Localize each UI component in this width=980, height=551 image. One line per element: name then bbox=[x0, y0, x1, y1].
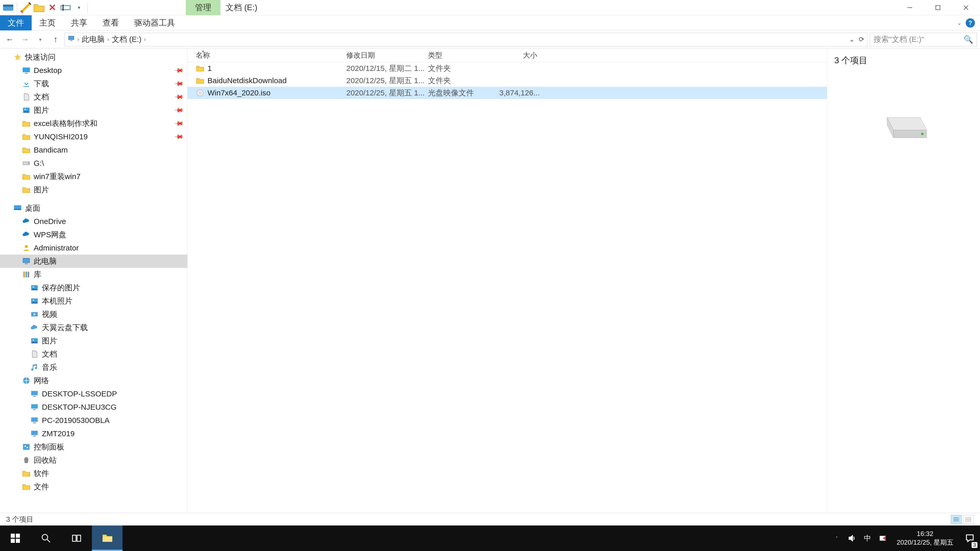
tree-item[interactable]: excel表格制作求和📌 bbox=[0, 117, 187, 130]
tree-item[interactable]: 保存的图片 bbox=[0, 281, 187, 294]
folder-icon bbox=[196, 64, 204, 73]
tray-app-icon[interactable] bbox=[875, 526, 891, 551]
tree-item[interactable]: Bandicam bbox=[0, 143, 187, 157]
taskbar-explorer-button[interactable] bbox=[92, 526, 123, 551]
tree-item[interactable]: 图片 bbox=[0, 334, 187, 348]
maximize-button[interactable] bbox=[924, 0, 952, 15]
svg-point-28 bbox=[33, 300, 34, 301]
music-icon bbox=[30, 363, 39, 372]
qat-properties-icon[interactable] bbox=[20, 2, 32, 14]
tree-item[interactable]: 控制面板 bbox=[0, 440, 187, 454]
tree-item[interactable]: win7重装win7 bbox=[0, 170, 187, 183]
tree-item[interactable]: 天翼云盘下载 bbox=[0, 321, 187, 334]
tab-home[interactable]: 主页 bbox=[32, 15, 63, 30]
documents-icon bbox=[30, 350, 39, 359]
minimize-button[interactable] bbox=[896, 0, 924, 15]
ime-indicator[interactable]: 中 bbox=[860, 526, 875, 551]
svg-rect-33 bbox=[31, 391, 38, 395]
tree-item[interactable]: 库 bbox=[0, 268, 187, 281]
svg-point-62 bbox=[42, 534, 48, 540]
chevron-right-icon[interactable]: › bbox=[77, 36, 79, 43]
svg-rect-60 bbox=[11, 539, 15, 543]
tree-item[interactable]: 下载📌 bbox=[0, 77, 187, 90]
column-size[interactable]: 大小 bbox=[496, 48, 540, 62]
close-button[interactable] bbox=[952, 0, 980, 15]
tree-item[interactable]: ZMT2019 bbox=[0, 427, 187, 440]
qat-rename-icon[interactable] bbox=[59, 2, 72, 14]
nav-forward-button[interactable]: → bbox=[18, 33, 32, 46]
tree-item[interactable]: WPS网盘 bbox=[0, 228, 187, 241]
chevron-right-icon[interactable]: › bbox=[107, 36, 109, 43]
file-row[interactable]: Win7x64_2020.iso2020/12/25, 星期五 1...光盘映像… bbox=[188, 87, 827, 99]
file-row[interactable]: BaiduNetdiskDownload2020/12/25, 星期五 1...… bbox=[188, 75, 827, 87]
search-input[interactable]: 搜索"文档 (E:)" 🔍 bbox=[870, 33, 977, 46]
tree-item[interactable]: G:\ bbox=[0, 157, 187, 170]
expand-ribbon-icon[interactable]: ⌄ bbox=[957, 20, 962, 26]
tree-network[interactable]: 网络 bbox=[0, 374, 187, 387]
address-bar[interactable]: › 此电脑 › 文档 (E:) › ⌄ ⟳ bbox=[64, 33, 868, 46]
column-type[interactable]: 类型 bbox=[428, 48, 496, 62]
tree-item[interactable]: Administrator bbox=[0, 241, 187, 254]
separator bbox=[17, 3, 17, 13]
svg-rect-34 bbox=[33, 396, 36, 397]
svg-rect-1 bbox=[3, 5, 13, 6]
chevron-right-icon[interactable]: › bbox=[144, 36, 146, 43]
tree-item[interactable]: 文档 bbox=[0, 348, 187, 361]
crumb-current[interactable]: 文档 (E:) bbox=[112, 34, 142, 44]
nav-up-button[interactable]: ↑ bbox=[49, 33, 62, 46]
column-date[interactable]: 修改日期 bbox=[346, 48, 428, 62]
tree-item[interactable]: 回收站 bbox=[0, 454, 187, 467]
tree-item[interactable]: 视频 bbox=[0, 308, 187, 321]
tree-label: 文档 bbox=[42, 349, 57, 359]
tree-item[interactable]: YUNQISHI2019📌 bbox=[0, 130, 187, 143]
separator bbox=[88, 3, 88, 13]
tab-share[interactable]: 共享 bbox=[63, 15, 95, 30]
tree-item[interactable]: 图片📌 bbox=[0, 103, 187, 117]
tree-item[interactable]: 音乐 bbox=[0, 361, 187, 374]
search-button[interactable] bbox=[30, 526, 61, 551]
tree-label: 网络 bbox=[34, 375, 49, 386]
tree-label: 视频 bbox=[42, 309, 57, 320]
tree-item[interactable]: OneDrive bbox=[0, 215, 187, 228]
address-dropdown-icon[interactable]: ⌄ bbox=[849, 35, 855, 43]
svg-rect-24 bbox=[28, 272, 29, 278]
tree-item[interactable]: 此电脑 bbox=[0, 254, 187, 268]
navigation-tree[interactable]: 快速访问 Desktop📌下载📌文档📌图片📌excel表格制作求和📌YUNQIS… bbox=[0, 48, 188, 513]
nav-back-button[interactable]: ← bbox=[3, 33, 16, 46]
tree-item[interactable]: DESKTOP-NJEU3CG bbox=[0, 400, 187, 414]
start-button[interactable] bbox=[0, 526, 30, 551]
qat-new-folder-icon[interactable] bbox=[33, 2, 45, 14]
tree-quick-access[interactable]: 快速访问 bbox=[0, 51, 187, 64]
search-icon[interactable]: 🔍 bbox=[964, 35, 973, 44]
crumb-this-pc[interactable]: 此电脑 bbox=[82, 34, 105, 44]
tray-overflow-icon[interactable]: ˄ bbox=[829, 526, 845, 551]
tree-item[interactable]: 软件 bbox=[0, 467, 187, 480]
tree-item[interactable]: 图片 bbox=[0, 183, 187, 197]
tab-file[interactable]: 文件 bbox=[0, 15, 32, 30]
nav-history-dropdown[interactable]: ▾ bbox=[34, 33, 47, 46]
column-name[interactable]: 名称▴ bbox=[196, 48, 346, 62]
tree-desktop-root[interactable]: 桌面 bbox=[0, 202, 187, 215]
file-row[interactable]: 12020/12/15, 星期二 1...文件夹 bbox=[188, 62, 827, 75]
tree-item[interactable]: DESKTOP-LSSOEDP bbox=[0, 387, 187, 400]
view-details-button[interactable] bbox=[951, 515, 962, 524]
refresh-icon[interactable]: ⟳ bbox=[859, 35, 864, 43]
tab-view[interactable]: 查看 bbox=[95, 15, 127, 30]
tree-item[interactable]: PC-20190530OBLA bbox=[0, 414, 187, 427]
app-icon[interactable] bbox=[2, 2, 14, 14]
help-icon[interactable]: ? bbox=[966, 18, 975, 27]
tree-item[interactable]: 文件 bbox=[0, 480, 187, 493]
tree-item[interactable]: Desktop📌 bbox=[0, 64, 187, 77]
volume-icon[interactable] bbox=[845, 526, 860, 551]
taskbar-clock[interactable]: 16:32 2020/12/25, 星期五 bbox=[891, 530, 959, 547]
action-center-button[interactable]: 3 bbox=[959, 526, 980, 551]
svg-rect-20 bbox=[23, 259, 30, 263]
qat-dropdown-icon[interactable]: ▾ bbox=[73, 2, 85, 14]
tree-item[interactable]: 文档📌 bbox=[0, 90, 187, 103]
tree-item[interactable]: 本机照片 bbox=[0, 294, 187, 308]
task-view-button[interactable] bbox=[61, 526, 92, 551]
tab-drive-tools[interactable]: 驱动器工具 bbox=[127, 15, 183, 30]
view-icons-button[interactable] bbox=[963, 515, 974, 524]
qat-delete-icon[interactable]: ✕ bbox=[46, 2, 59, 14]
file-rows[interactable]: 12020/12/15, 星期二 1...文件夹BaiduNetdiskDown… bbox=[188, 62, 827, 99]
